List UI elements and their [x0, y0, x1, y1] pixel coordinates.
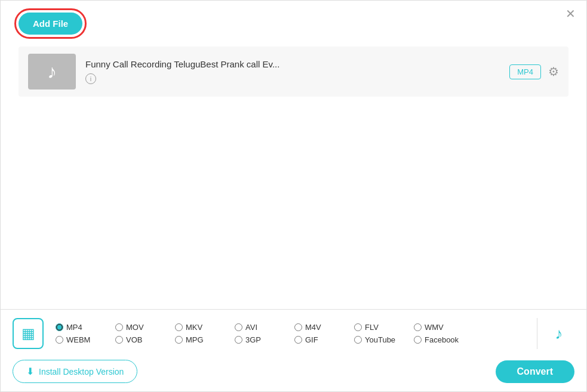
format-option-youtube[interactable]: YouTube — [354, 335, 402, 344]
settings-icon[interactable]: ⚙ — [548, 64, 559, 79]
format-option-webm[interactable]: WEBM — [56, 335, 103, 344]
video-format-icon-box[interactable]: ▦ — [13, 318, 44, 349]
audio-format-icon-box[interactable]: ♪ — [543, 318, 574, 349]
format-option-vob[interactable]: VOB — [115, 335, 163, 344]
file-actions: MP4 ⚙ — [509, 64, 559, 79]
add-file-button[interactable]: Add File — [19, 13, 82, 35]
action-row: ⬇ Install Desktop Version Convert — [13, 354, 574, 391]
info-icon[interactable]: i — [85, 73, 96, 84]
audio-note-icon: ♪ — [555, 325, 563, 343]
format-option-mpg[interactable]: MPG — [175, 335, 223, 344]
format-option-mp4[interactable]: MP4 — [56, 323, 103, 332]
music-note-icon: ♪ — [47, 61, 57, 83]
format-option-facebook[interactable]: Facebook — [414, 335, 462, 344]
file-list-item: ♪ Funny Call Recording TeluguBest Prank … — [19, 47, 568, 97]
close-button[interactable]: ✕ — [566, 8, 576, 20]
film-icon: ▦ — [21, 325, 35, 342]
install-desktop-button[interactable]: ⬇ Install Desktop Version — [13, 360, 137, 383]
format-option-mov[interactable]: MOV — [115, 323, 163, 332]
convert-button[interactable]: Convert — [496, 360, 574, 383]
format-row-2: WEBM VOB MPG 3GP GIF YouTube — [56, 335, 531, 344]
file-title: Funny Call Recording TeluguBest Prank ca… — [85, 59, 500, 69]
file-info: Funny Call Recording TeluguBest Prank ca… — [85, 59, 500, 84]
format-options: MP4 MOV MKV AVI M4V FLV WM — [56, 323, 531, 344]
format-selector: ▦ MP4 MOV MKV AVI M4V — [13, 310, 574, 354]
top-area: Add File — [1, 1, 586, 41]
install-label: Install Desktop Version — [39, 367, 124, 376]
file-thumbnail: ♪ — [28, 54, 76, 89]
format-option-flv[interactable]: FLV — [354, 323, 402, 332]
vertical-divider — [537, 318, 537, 349]
format-option-gif[interactable]: GIF — [294, 335, 342, 344]
download-icon: ⬇ — [26, 366, 34, 377]
bottom-bar: ▦ MP4 MOV MKV AVI M4V — [1, 309, 586, 391]
format-option-m4v[interactable]: M4V — [294, 323, 342, 332]
format-option-mkv[interactable]: MKV — [175, 323, 223, 332]
format-option-3gp[interactable]: 3GP — [235, 335, 282, 344]
format-option-wmv[interactable]: WMV — [414, 323, 462, 332]
format-option-avi[interactable]: AVI — [235, 323, 282, 332]
format-badge[interactable]: MP4 — [509, 64, 541, 79]
format-row-1: MP4 MOV MKV AVI M4V FLV WM — [56, 323, 531, 332]
drop-zone — [1, 97, 586, 276]
